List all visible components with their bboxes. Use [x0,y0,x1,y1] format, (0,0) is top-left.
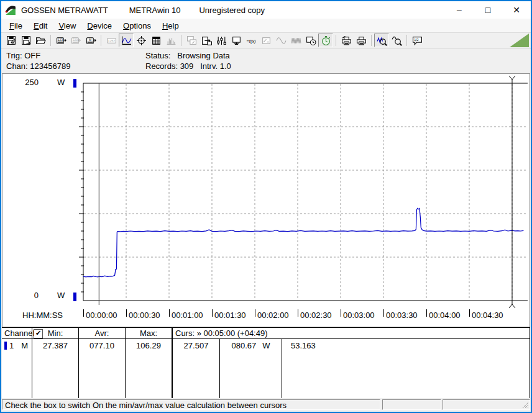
x-tick [212,309,213,317]
power-trace [83,208,523,277]
statusbar: Check the box to switch On the min/avr/m… [1,398,531,412]
metrawin-window: GOSSEN METRAWATT METRAwin 10 Unregistere… [0,0,532,413]
x-tick [126,309,127,317]
export-button[interactable] [199,34,214,47]
device-out-icon: 123 [56,35,66,46]
x-tick [169,309,170,317]
comment-button[interactable]: 1/2 [410,34,424,47]
svg-text:=f(x): =f(x) [246,38,256,43]
floppy-pen-icon [6,35,16,46]
x-tick-label: 00:04:00 [429,311,461,320]
delta-value-cell: 53.163 [282,339,530,398]
channel-color-marker [4,342,7,350]
x-tick-label: 00:02:30 [300,311,332,320]
wave-magnifier-icon [392,35,402,46]
table-grid-icon [151,35,162,46]
title-brand: GOSSEN METRAWATT [21,6,108,15]
formula-button[interactable]: =f(x) [244,34,259,47]
svg-text:123: 123 [57,38,62,41]
measurement-table: Channel: ✔ Min: Avr: Max: Curs: » 00:05:… [2,327,530,398]
stopwatch-icon [321,35,331,46]
x-tick [426,309,427,317]
menu-file[interactable]: File [4,20,28,32]
min-header-label: Min: [48,329,63,338]
minmax-between-cursors-checkbox[interactable]: ✔ [34,329,43,338]
titlebar: GOSSEN METRAWATT METRAwin 10 Unregistere… [1,1,531,19]
y-axis-unit-bottom: W [57,291,65,300]
chart-view-button[interactable] [119,34,134,47]
menu-edit[interactable]: Edit [28,20,53,32]
x-tick-label: 00:02:00 [257,311,289,320]
open-file-button[interactable] [33,34,48,47]
avr-value-cell: 077.10 [79,339,126,398]
print-preview-button[interactable] [339,34,354,47]
x-axis-title: HH:MM:SS [22,311,63,320]
close-button[interactable]: ✕ [502,1,531,19]
menubar: FileEditViewDeviceOptionsHelp [1,19,531,32]
instrument-icon [261,35,272,46]
x-tick [341,309,341,317]
menu-help[interactable]: Help [157,20,185,32]
cursor-button[interactable] [134,34,149,47]
svg-text:1/2: 1/2 [414,38,418,42]
device-m-icon: M [86,35,96,46]
maximize-button[interactable]: □ [474,1,502,19]
toolbar-separator [406,35,407,46]
resize-grip[interactable] [521,401,529,409]
meter-clock-icon [306,35,316,46]
printer-page-icon [341,35,352,46]
menu-view[interactable]: View [53,20,81,32]
title-license-note: Unregistered copy [199,6,265,15]
read-device-button[interactable]: 123 [53,34,68,47]
avr-column-header: Avr: [79,328,126,339]
menu-device[interactable]: Device [81,20,117,32]
monitor-button[interactable] [229,34,244,47]
monitor-icon [231,35,242,46]
x-tick-label: 00:00:00 [86,311,117,320]
channel-settings-button[interactable] [214,34,229,47]
write-device-button: 320 [68,34,83,47]
menu-options[interactable]: Options [117,20,157,32]
sine-button [273,34,288,47]
floppy-arrow-icon [21,35,31,46]
max-column-header: Max: [126,328,173,339]
max-value-cell: 106.29 [126,339,173,398]
channel-column-header: Channel: [2,328,32,339]
toolbar: 123320M1257=f(x)1/2 [1,32,531,48]
save-as-button[interactable] [18,34,33,47]
records-line: Records: 309 Intrv. 1.0 [145,61,231,71]
toolbar-separator [181,35,181,46]
chart-area[interactable]: 250 W 0 W HH:MM:SS 00:00:0000:00:3000:01… [2,73,530,327]
wave-chart-icon [121,35,132,46]
x-tick [383,309,384,317]
timer-button[interactable] [318,34,333,47]
instrument-button [259,34,273,47]
x-tick-label: 00:01:00 [172,311,203,320]
channel-range-marker-bottom [73,293,76,301]
table-view-button[interactable] [149,34,163,47]
zoom-time-button[interactable] [374,34,389,47]
title-app-name: METRAwin 10 [129,6,181,15]
y-axis-max-label: 250 [14,78,39,87]
save-button[interactable] [3,34,18,47]
x-tick-label: 00:01:30 [214,311,246,320]
zoom-mode-button[interactable] [389,34,404,47]
print-button[interactable] [354,34,369,47]
svg-text:1257: 1257 [108,39,114,42]
cursor2-unit: W [262,341,270,398]
waveform-plot [2,74,530,327]
cursor-right-top-marker [509,76,515,83]
arrange-windows-button [184,34,199,47]
channel-range-marker-top [73,79,76,88]
memory-read-button[interactable]: M [83,34,98,47]
x-tick-label: 00:03:30 [386,311,418,320]
x-tick [469,309,470,317]
acquisition-info-panel: Trig: OFF Chan: 123456789 Status: Browsi… [1,48,531,73]
channel-number: 1 [9,341,14,398]
sine-wave-icon [276,35,287,46]
clock-meter-button[interactable] [303,34,318,47]
cursor1-value-cell: 27.507 [173,339,220,398]
x-tick-label: 00:03:00 [343,311,375,320]
cursor2-value: 080.67 [231,341,256,398]
minimize-button[interactable]: – [445,1,474,19]
